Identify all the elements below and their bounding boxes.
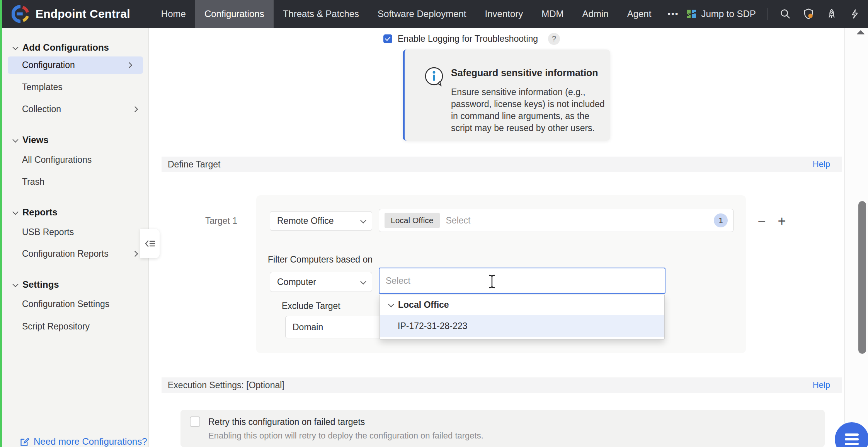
add-target-button[interactable]: + bbox=[774, 213, 790, 229]
sidebar-item-templates[interactable]: Templates bbox=[2, 78, 149, 96]
sidebar-item-all-configurations[interactable]: All Configurations bbox=[2, 151, 149, 168]
chevron-down-icon bbox=[12, 44, 19, 50]
scroll-up-arrow[interactable] bbox=[856, 30, 865, 34]
execution-settings-title: Execution Settings: [Optional] bbox=[168, 380, 284, 391]
nav-item-admin[interactable]: Admin bbox=[573, 0, 618, 28]
filter-computers-label: Filter Computers based on bbox=[268, 254, 373, 265]
info-body: Ensure sensitive information (e.g., pass… bbox=[451, 86, 607, 134]
retry-option-card: Retry this configuration on failed targe… bbox=[180, 410, 825, 447]
computer-filter-input-wrap bbox=[379, 268, 665, 294]
collapse-sidebar-icon bbox=[145, 239, 155, 248]
nav-item-configurations[interactable]: Configurations bbox=[195, 0, 274, 28]
nav-item-inventory[interactable]: Inventory bbox=[476, 0, 533, 28]
sidebar-item-configuration-reports[interactable]: Configuration Reports bbox=[2, 245, 149, 262]
left-sidebar: Add Configurations Configuration Templat… bbox=[2, 28, 149, 447]
sidebar-item-usb-reports[interactable]: USB Reports bbox=[2, 224, 149, 241]
chevron-down-icon bbox=[360, 217, 366, 224]
sdp-logo-icon bbox=[686, 8, 697, 20]
combo-placeholder: Select bbox=[446, 215, 714, 226]
enable-logging-label: Enable Logging for Troubleshooting bbox=[398, 34, 538, 44]
sidebar-collapse-button[interactable] bbox=[140, 229, 160, 258]
nav-item-agent[interactable]: Agent bbox=[618, 0, 661, 28]
chat-lines-icon bbox=[845, 433, 859, 436]
retry-checkbox[interactable] bbox=[190, 416, 200, 427]
execution-settings-section-header: Execution Settings: [Optional] Help bbox=[162, 377, 842, 393]
whats-new-lightning-icon[interactable] bbox=[849, 8, 861, 20]
security-shield-icon[interactable] bbox=[803, 8, 814, 20]
nav-item-home[interactable]: Home bbox=[152, 0, 195, 28]
dropdown-option-ip[interactable]: IP-172-31-28-223 bbox=[380, 315, 664, 337]
logging-help-icon[interactable]: ? bbox=[548, 33, 560, 45]
exclude-target-label: Exclude Target bbox=[282, 301, 340, 311]
app-root: Endpoint Central Home Configurations Thr… bbox=[0, 0, 868, 447]
scrollbar-thumb[interactable] bbox=[858, 201, 866, 354]
sidebar-item-trash[interactable]: Trash bbox=[2, 173, 149, 190]
search-icon[interactable] bbox=[779, 8, 791, 20]
info-title: Safeguard sensitive information bbox=[451, 67, 598, 78]
target-type-select[interactable]: Remote Office bbox=[270, 211, 372, 231]
sidebar-item-collection[interactable]: Collection bbox=[2, 101, 149, 118]
computer-select-dropdown: Local Office IP-172-31-28-223 bbox=[380, 295, 665, 340]
jump-to-sdp-label: Jump to SDP bbox=[701, 9, 756, 19]
sidebar-item-configuration-settings[interactable]: Configuration Settings bbox=[2, 295, 149, 312]
retry-description: Enabling this option will retry to deplo… bbox=[208, 431, 483, 441]
nav-item-software-deployment[interactable]: Software Deployment bbox=[368, 0, 475, 28]
jump-to-sdp-button[interactable]: Jump to SDP bbox=[686, 8, 756, 20]
dropdown-group-local-office[interactable]: Local Office bbox=[380, 295, 664, 315]
execution-settings-help-link[interactable]: Help bbox=[813, 380, 830, 390]
enable-logging-checkbox[interactable] bbox=[383, 34, 392, 43]
sidebar-item-script-repository[interactable]: Script Repository bbox=[2, 318, 149, 335]
main-nav: Home Configurations Threats & Patches So… bbox=[152, 0, 686, 28]
main-content: Enable Logging for Troubleshooting ? Saf… bbox=[149, 28, 844, 447]
exclude-type-select[interactable]: Domain bbox=[285, 316, 393, 338]
rocket-icon[interactable] bbox=[826, 8, 837, 20]
brand-name: Endpoint Central bbox=[36, 7, 130, 20]
nav-more-menu[interactable]: ••• bbox=[660, 0, 686, 28]
remove-target-button[interactable]: − bbox=[754, 213, 769, 229]
chevron-down-icon bbox=[12, 136, 19, 143]
section-add-configurations[interactable]: Add Configurations bbox=[2, 39, 149, 56]
chevron-right-icon bbox=[126, 62, 133, 68]
chevron-down-icon bbox=[12, 281, 19, 287]
page-scrollbar[interactable] bbox=[844, 28, 868, 447]
filter-type-select[interactable]: Computer bbox=[270, 272, 372, 292]
navbar-divider bbox=[768, 8, 768, 20]
local-office-chip[interactable]: Local Office bbox=[385, 213, 440, 228]
capture-edge-strip bbox=[0, 0, 2, 447]
define-target-title: Define Target bbox=[168, 159, 220, 170]
nav-item-threats-patches[interactable]: Threats & Patches bbox=[274, 0, 368, 28]
nav-item-mdm[interactable]: MDM bbox=[532, 0, 573, 28]
chevron-down-icon bbox=[12, 209, 19, 215]
section-views[interactable]: Views bbox=[2, 131, 149, 148]
define-target-help-link[interactable]: Help bbox=[813, 159, 830, 169]
endpoint-central-logo-icon bbox=[12, 5, 29, 23]
define-target-section-header: Define Target Help bbox=[162, 157, 842, 172]
section-reports[interactable]: Reports bbox=[2, 204, 149, 221]
top-navbar: Endpoint Central Home Configurations Thr… bbox=[0, 0, 868, 28]
brand[interactable]: Endpoint Central bbox=[12, 5, 130, 23]
chevron-right-icon bbox=[132, 106, 138, 112]
section-settings[interactable]: Settings bbox=[2, 276, 149, 293]
compose-icon bbox=[19, 437, 30, 447]
chevron-down-icon bbox=[360, 278, 366, 285]
selected-count-badge: 1 bbox=[714, 213, 728, 227]
navbar-right: Jump to SDP bbox=[686, 5, 868, 23]
need-more-configurations-link[interactable]: Need more Configurations? bbox=[19, 436, 147, 447]
info-bubble-icon bbox=[423, 66, 446, 88]
remote-office-combobox[interactable]: Local Office Select 1 bbox=[379, 209, 734, 232]
chevron-right-icon bbox=[132, 251, 138, 257]
target-1-label: Target 1 bbox=[205, 216, 237, 226]
sidebar-item-configuration[interactable]: Configuration bbox=[8, 56, 143, 74]
chevron-down-icon bbox=[388, 301, 394, 307]
safeguard-info-box: Safeguard sensitive information Ensure s… bbox=[403, 49, 610, 141]
retry-label: Retry this configuration on failed targe… bbox=[208, 417, 365, 427]
enable-logging-row: Enable Logging for Troubleshooting ? bbox=[383, 33, 560, 45]
computer-filter-input[interactable] bbox=[380, 268, 665, 293]
